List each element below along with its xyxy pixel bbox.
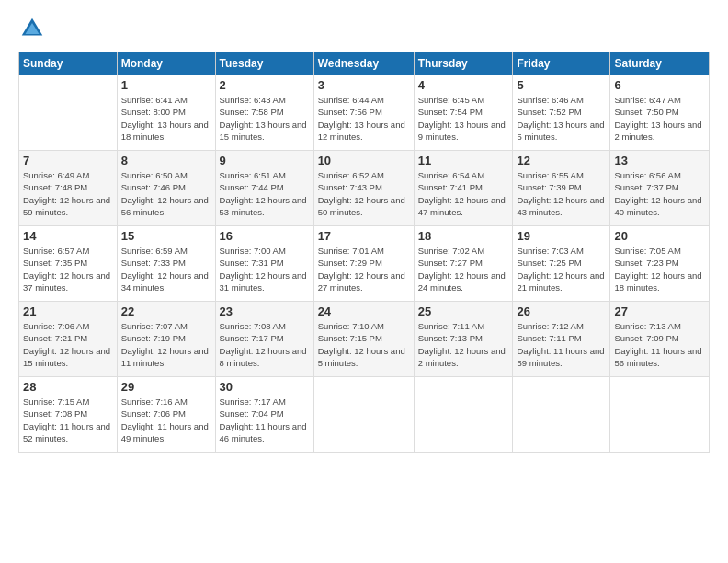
calendar-cell: 2Sunrise: 6:43 AM Sunset: 7:58 PM Daylig… [215,75,313,151]
weekday-header-sunday: Sunday [19,52,118,75]
calendar-cell [19,75,118,151]
calendar-cell: 1Sunrise: 6:41 AM Sunset: 8:00 PM Daylig… [117,75,215,151]
logo-icon [18,15,46,42]
calendar-cell: 22Sunrise: 7:07 AM Sunset: 7:19 PM Dayli… [117,302,215,377]
calendar-cell: 5Sunrise: 6:46 AM Sunset: 7:52 PM Daylig… [513,75,610,151]
day-number: 15 [121,229,211,243]
calendar-cell: 6Sunrise: 6:47 AM Sunset: 7:50 PM Daylig… [610,75,710,151]
day-number: 6 [614,78,705,92]
weekday-header-wednesday: Wednesday [313,52,414,75]
day-number: 13 [614,154,705,167]
week-row-1: 1Sunrise: 6:41 AM Sunset: 8:00 PM Daylig… [19,75,710,151]
day-info: Sunrise: 6:41 AM Sunset: 8:00 PM Dayligh… [121,94,211,143]
calendar-cell: 17Sunrise: 7:01 AM Sunset: 7:29 PM Dayli… [313,226,414,302]
day-number: 30 [220,380,310,394]
day-info: Sunrise: 7:15 AM Sunset: 7:08 PM Dayligh… [23,396,113,444]
calendar-cell: 19Sunrise: 7:03 AM Sunset: 7:25 PM Dayli… [513,226,610,302]
day-number: 23 [220,304,310,318]
calendar-cell: 11Sunrise: 6:54 AM Sunset: 7:41 PM Dayli… [414,151,513,226]
day-info: Sunrise: 6:44 AM Sunset: 7:56 PM Dayligh… [318,94,410,143]
day-number: 3 [318,78,410,92]
day-info: Sunrise: 6:56 AM Sunset: 7:37 PM Dayligh… [614,169,705,218]
day-number: 4 [418,78,509,92]
calendar-cell: 23Sunrise: 7:08 AM Sunset: 7:17 PM Dayli… [215,302,313,377]
day-number: 2 [220,78,310,92]
day-number: 8 [121,154,211,167]
calendar-cell: 9Sunrise: 6:51 AM Sunset: 7:44 PM Daylig… [215,151,313,226]
week-row-5: 28Sunrise: 7:15 AM Sunset: 7:08 PM Dayli… [19,377,710,453]
day-info: Sunrise: 7:00 AM Sunset: 7:31 PM Dayligh… [220,245,310,293]
calendar-cell: 10Sunrise: 6:52 AM Sunset: 7:43 PM Dayli… [313,151,414,226]
day-info: Sunrise: 7:10 AM Sunset: 7:15 PM Dayligh… [318,320,410,369]
calendar-cell: 3Sunrise: 6:44 AM Sunset: 7:56 PM Daylig… [313,75,414,151]
calendar-cell: 18Sunrise: 7:02 AM Sunset: 7:27 PM Dayli… [414,226,513,302]
calendar-cell: 25Sunrise: 7:11 AM Sunset: 7:13 PM Dayli… [414,302,513,377]
calendar-cell: 28Sunrise: 7:15 AM Sunset: 7:08 PM Dayli… [19,377,118,453]
day-info: Sunrise: 6:52 AM Sunset: 7:43 PM Dayligh… [318,169,410,218]
day-number: 29 [121,380,211,394]
day-number: 5 [517,78,606,92]
day-info: Sunrise: 7:08 AM Sunset: 7:17 PM Dayligh… [220,320,310,369]
day-number: 16 [220,229,310,243]
day-number: 9 [220,154,310,167]
header [18,15,710,42]
calendar-cell: 24Sunrise: 7:10 AM Sunset: 7:15 PM Dayli… [313,302,414,377]
calendar-cell: 12Sunrise: 6:55 AM Sunset: 7:39 PM Dayli… [513,151,610,226]
day-info: Sunrise: 6:54 AM Sunset: 7:41 PM Dayligh… [418,169,509,218]
day-info: Sunrise: 7:12 AM Sunset: 7:11 PM Dayligh… [517,320,606,369]
day-info: Sunrise: 7:11 AM Sunset: 7:13 PM Dayligh… [418,320,509,369]
calendar-cell: 13Sunrise: 6:56 AM Sunset: 7:37 PM Dayli… [610,151,710,226]
calendar-cell: 15Sunrise: 6:59 AM Sunset: 7:33 PM Dayli… [117,226,215,302]
day-number: 18 [418,229,509,243]
calendar-cell: 20Sunrise: 7:05 AM Sunset: 7:23 PM Dayli… [610,226,710,302]
calendar-cell: 30Sunrise: 7:17 AM Sunset: 7:04 PM Dayli… [215,377,313,453]
day-info: Sunrise: 6:46 AM Sunset: 7:52 PM Dayligh… [517,94,606,143]
calendar-cell: 21Sunrise: 7:06 AM Sunset: 7:21 PM Dayli… [19,302,118,377]
calendar-cell: 26Sunrise: 7:12 AM Sunset: 7:11 PM Dayli… [513,302,610,377]
week-row-2: 7Sunrise: 6:49 AM Sunset: 7:48 PM Daylig… [19,151,710,226]
day-number: 1 [121,78,211,92]
calendar-cell: 7Sunrise: 6:49 AM Sunset: 7:48 PM Daylig… [19,151,118,226]
day-info: Sunrise: 6:57 AM Sunset: 7:35 PM Dayligh… [23,245,113,293]
calendar: SundayMondayTuesdayWednesdayThursdayFrid… [18,52,710,453]
day-number: 27 [614,304,705,318]
day-number: 24 [318,304,410,318]
day-info: Sunrise: 7:03 AM Sunset: 7:25 PM Dayligh… [517,245,606,293]
calendar-cell [313,377,414,453]
day-info: Sunrise: 7:16 AM Sunset: 7:06 PM Dayligh… [121,396,211,444]
day-number: 10 [318,154,410,167]
calendar-cell: 16Sunrise: 7:00 AM Sunset: 7:31 PM Dayli… [215,226,313,302]
day-info: Sunrise: 7:01 AM Sunset: 7:29 PM Dayligh… [318,245,410,293]
day-number: 11 [418,154,509,167]
weekday-header-row: SundayMondayTuesdayWednesdayThursdayFrid… [19,52,710,75]
day-info: Sunrise: 6:50 AM Sunset: 7:46 PM Dayligh… [121,169,211,218]
day-number: 25 [418,304,509,318]
day-number: 12 [517,154,606,167]
day-info: Sunrise: 6:49 AM Sunset: 7:48 PM Dayligh… [23,169,113,218]
day-info: Sunrise: 7:06 AM Sunset: 7:21 PM Dayligh… [23,320,113,369]
day-info: Sunrise: 6:55 AM Sunset: 7:39 PM Dayligh… [517,169,606,218]
calendar-cell: 8Sunrise: 6:50 AM Sunset: 7:46 PM Daylig… [117,151,215,226]
day-info: Sunrise: 6:51 AM Sunset: 7:44 PM Dayligh… [220,169,310,218]
day-info: Sunrise: 7:13 AM Sunset: 7:09 PM Dayligh… [614,320,705,369]
calendar-cell: 4Sunrise: 6:45 AM Sunset: 7:54 PM Daylig… [414,75,513,151]
week-row-3: 14Sunrise: 6:57 AM Sunset: 7:35 PM Dayli… [19,226,710,302]
calendar-cell [610,377,710,453]
day-number: 26 [517,304,606,318]
day-number: 21 [23,304,113,318]
week-row-4: 21Sunrise: 7:06 AM Sunset: 7:21 PM Dayli… [19,302,710,377]
day-info: Sunrise: 6:47 AM Sunset: 7:50 PM Dayligh… [614,94,705,143]
calendar-cell: 14Sunrise: 6:57 AM Sunset: 7:35 PM Dayli… [19,226,118,302]
day-info: Sunrise: 7:02 AM Sunset: 7:27 PM Dayligh… [418,245,509,293]
day-number: 14 [23,229,113,243]
weekday-header-monday: Monday [117,52,215,75]
day-number: 20 [614,229,705,243]
day-number: 22 [121,304,211,318]
calendar-cell: 29Sunrise: 7:16 AM Sunset: 7:06 PM Dayli… [117,377,215,453]
day-number: 17 [318,229,410,243]
weekday-header-saturday: Saturday [610,52,710,75]
weekday-header-friday: Friday [513,52,610,75]
day-info: Sunrise: 6:45 AM Sunset: 7:54 PM Dayligh… [418,94,509,143]
day-number: 7 [23,154,113,167]
day-info: Sunrise: 6:43 AM Sunset: 7:58 PM Dayligh… [220,94,310,143]
